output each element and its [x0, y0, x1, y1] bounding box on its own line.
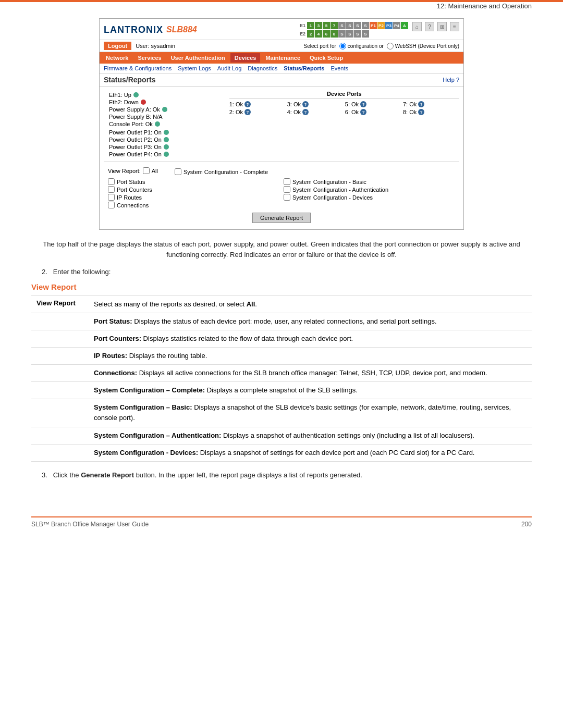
- def-connections: Connections: Displays all active connect…: [89, 365, 532, 382]
- table-row: System Configuration – Authentication: D…: [31, 427, 532, 444]
- section-heading: View Report: [31, 282, 532, 291]
- def-ip-routes: IP Routes: Displays the routing table.: [89, 347, 532, 364]
- subnav-audit-log[interactable]: Audit Log: [217, 65, 241, 71]
- webssh-radio[interactable]: WebSSH (Device Port only): [387, 43, 459, 50]
- psa-status: Power Supply A: Ok: [109, 106, 224, 113]
- port-grid: E1 1 3 5 7 S S S S P1 P2 P3 P4 A: [298, 22, 408, 38]
- chapter-title: 12: Maintenance and Operation: [31, 2, 532, 10]
- ui-screenshot: LANTRONIX SLB884 E1 1 3 5 7 S S S S: [99, 18, 464, 230]
- po-p2-dot: [164, 137, 169, 142]
- term-ip-routes: [31, 347, 89, 364]
- port-8: 8: Ok ?: [403, 109, 459, 115]
- checkbox-row-sys-auth: System Configuration - Authentication: [284, 186, 455, 193]
- def-sys-basic: System Configuration – Basic: Displays a…: [89, 399, 532, 427]
- port-3: 3: Ok ?: [287, 101, 344, 107]
- body-paragraph: The top half of the page displays the st…: [31, 239, 532, 260]
- po-p4-status: Power Outlet P4: On: [109, 151, 224, 157]
- page-title: Status/Reports: [104, 76, 156, 84]
- device-ports-header: Device Ports: [229, 91, 459, 99]
- subnav-firmware[interactable]: Firmware & Configurations: [104, 65, 172, 71]
- checkbox-sys-basic[interactable]: [284, 178, 290, 185]
- subnav-diagnostics[interactable]: Diagnostics: [248, 65, 277, 71]
- report-col-right: System Configuration - Complete: [175, 167, 455, 176]
- footer-left: SLB™ Branch Office Manager User Guide: [31, 521, 149, 528]
- report-row: View Report: All System Configuration - …: [108, 167, 455, 176]
- checkbox-port-counters[interactable]: [108, 186, 115, 193]
- eth1-dot: [133, 92, 139, 97]
- table-row: Port Status: Displays the status of each…: [31, 313, 532, 330]
- port-1: 1: Ok ?: [229, 101, 286, 107]
- table-row: System Configuration – Basic: Displays a…: [31, 399, 532, 427]
- description-table: View Report Select as many of the report…: [31, 295, 532, 462]
- checkbox-row-connections: Connections: [108, 202, 279, 208]
- divider: [104, 162, 459, 162]
- console-dot: [155, 121, 160, 127]
- question-icon[interactable]: ?: [425, 22, 434, 31]
- checkbox-sys-auth[interactable]: [284, 186, 290, 193]
- ui-header-icons: ⌂ ? ⊞ ≡: [412, 22, 459, 31]
- table-row: System Configuration - Devices: Displays…: [31, 444, 532, 461]
- nav-network[interactable]: Network: [102, 53, 132, 63]
- checkbox-sys-complete[interactable]: [175, 168, 181, 175]
- checkbox-row-port-counters: Port Counters: [108, 186, 279, 193]
- po-p3-status: Power Outlet P3: On: [109, 144, 224, 150]
- nav-quick-setup[interactable]: Quick Setup: [305, 53, 347, 63]
- def-sys-complete: System Configuration – Complete: Display…: [89, 382, 532, 399]
- subnav-system-logs[interactable]: System Logs: [178, 65, 211, 71]
- term-port-counters: [31, 330, 89, 347]
- port7-help-icon[interactable]: ?: [418, 101, 424, 107]
- port8-help-icon[interactable]: ?: [418, 109, 424, 115]
- help-link[interactable]: Help ?: [443, 77, 459, 83]
- po-p4-dot: [164, 152, 169, 157]
- port5-help-icon[interactable]: ?: [360, 101, 366, 107]
- step-2-text: 2. Enter the following:: [31, 267, 532, 277]
- subnav-events[interactable]: Events: [331, 65, 348, 71]
- nav-devices[interactable]: Devices: [230, 53, 261, 63]
- home-icon[interactable]: ⌂: [412, 22, 422, 31]
- report-col-left: Port Status Port Counters IP Routes: [108, 177, 279, 209]
- config-icon[interactable]: ⊞: [437, 22, 447, 31]
- logout-button[interactable]: Logout: [104, 42, 131, 50]
- po-p2-status: Power Outlet P2: On: [109, 137, 224, 143]
- po-p1-dot: [164, 130, 169, 135]
- port1-help-icon[interactable]: ?: [244, 101, 251, 107]
- def-sys-devices: System Configuration - Devices: Displays…: [89, 444, 532, 461]
- table-row: System Configuration – Complete: Display…: [31, 382, 532, 399]
- checkbox-sys-devices[interactable]: [284, 194, 290, 201]
- logout-bar: Logout User: sysadmin Select port for co…: [100, 40, 463, 52]
- psb-status: Power Supply B: N/A: [109, 114, 224, 120]
- list-icon[interactable]: ≡: [450, 22, 459, 31]
- table-row: View Report Select as many of the report…: [31, 295, 532, 313]
- nav-services[interactable]: Services: [133, 53, 165, 63]
- def-port-counters: Port Counters: Displays statistics relat…: [89, 330, 532, 347]
- port2-help-icon[interactable]: ?: [244, 109, 251, 115]
- checkbox-connections[interactable]: [108, 202, 115, 208]
- nav-maintenance[interactable]: Maintenance: [261, 53, 304, 63]
- checkbox-all[interactable]: [143, 167, 150, 174]
- step-3-text: 3. Click the Generate Report button. In …: [31, 470, 532, 480]
- device-ports-section: Eth1: Up Eth2: Down Power Supply A: Ok P…: [104, 91, 459, 158]
- port3-help-icon[interactable]: ?: [302, 101, 309, 107]
- po-p1-status: Power Outlet P1: On: [109, 129, 224, 135]
- config-radio[interactable]: configuration or: [339, 43, 384, 50]
- ui-header: LANTRONIX SLB884 E1 1 3 5 7 S S S S: [100, 19, 463, 40]
- port-4: 4: Ok ?: [287, 109, 344, 115]
- generate-report-button[interactable]: Generate Report: [252, 213, 311, 223]
- port-2: 2: Ok ?: [229, 109, 286, 115]
- subnav-status-reports[interactable]: Status/Reports: [284, 65, 324, 71]
- select-port-label: Select port for: [304, 43, 336, 49]
- table-row: IP Routes: Displays the routing table.: [31, 347, 532, 364]
- port6-help-icon[interactable]: ?: [360, 109, 366, 115]
- nav-user-auth[interactable]: User Authentication: [167, 53, 229, 63]
- checkbox-ip-routes[interactable]: [108, 194, 115, 201]
- port4-help-icon[interactable]: ?: [302, 109, 309, 115]
- page-footer: SLB™ Branch Office Manager User Guide 20…: [31, 516, 532, 528]
- def-port-status: Port Status: Displays the status of each…: [89, 313, 532, 330]
- term-sys-complete: [31, 382, 89, 399]
- logo-text: LANTRONIX: [104, 24, 163, 35]
- term-view-report: View Report: [31, 295, 89, 313]
- term-port-status: [31, 313, 89, 330]
- checkbox-port-status[interactable]: [108, 178, 115, 185]
- generate-btn-row: Generate Report: [108, 213, 455, 223]
- checkbox-row-sys-devices: System Configuration - Devices: [284, 194, 455, 201]
